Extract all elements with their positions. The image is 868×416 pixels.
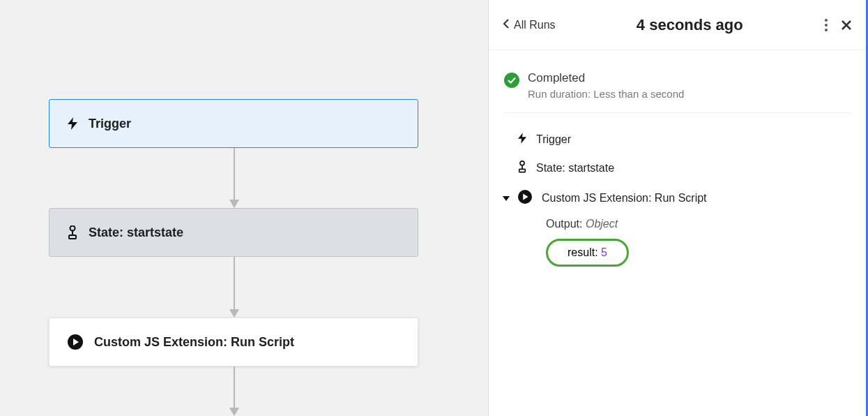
- panel-body: Completed Run duration: Less than a seco…: [489, 50, 866, 279]
- svg-point-7: [520, 161, 524, 165]
- caret-down-icon: [503, 192, 510, 205]
- chevron-left-icon: [503, 19, 510, 31]
- svg-rect-1: [72, 230, 73, 235]
- status-title: Completed: [528, 71, 684, 85]
- connector-arrow: [231, 148, 238, 208]
- node-trigger-label: Trigger: [89, 117, 131, 131]
- state-icon: [68, 225, 77, 239]
- lightning-icon: [518, 133, 526, 147]
- svg-rect-9: [519, 169, 526, 172]
- step-state-label: State: startstate: [536, 162, 614, 174]
- status-subtitle: Run duration: Less than a second: [528, 88, 684, 100]
- connector-arrow: [231, 366, 238, 416]
- node-state-label: State: startstate: [89, 225, 183, 240]
- close-button[interactable]: [841, 20, 852, 31]
- result-value: 5: [601, 246, 607, 258]
- step-action[interactable]: Custom JS Extension: Run Script: [504, 183, 851, 214]
- run-details-panel: All Runs 4 seconds ago Completed Run dur…: [488, 0, 868, 416]
- step-trigger[interactable]: Trigger: [504, 126, 851, 154]
- panel-header: All Runs 4 seconds ago: [489, 0, 866, 50]
- run-steps: Trigger State: startstate Custom JS Exte…: [504, 113, 851, 267]
- lightning-icon: [68, 117, 77, 130]
- workflow-canvas: Trigger State: startstate Custom JS Exte…: [0, 0, 488, 416]
- step-trigger-label: Trigger: [536, 133, 571, 146]
- back-all-runs-link[interactable]: All Runs: [503, 19, 556, 31]
- play-circle-icon: [68, 334, 83, 350]
- step-action-label: Custom JS Extension: Run Script: [542, 192, 707, 205]
- run-status: Completed Run duration: Less than a seco…: [504, 63, 851, 113]
- svg-point-5: [825, 24, 828, 27]
- svg-point-4: [825, 19, 828, 22]
- node-trigger[interactable]: Trigger: [49, 99, 418, 148]
- more-menu-button[interactable]: [824, 18, 828, 32]
- state-icon: [518, 161, 526, 176]
- play-circle-icon: [518, 190, 532, 207]
- svg-rect-8: [521, 165, 523, 169]
- output-block: Output: Object result: 5: [504, 214, 851, 267]
- result-highlight: result: 5: [546, 239, 629, 267]
- svg-point-0: [70, 226, 75, 231]
- connector-arrow: [231, 257, 238, 318]
- node-state[interactable]: State: startstate: [49, 208, 418, 257]
- output-label: Output: Object: [546, 218, 851, 230]
- check-circle-icon: [504, 73, 519, 88]
- svg-rect-2: [69, 235, 76, 239]
- panel-title: 4 seconds ago: [556, 16, 824, 34]
- back-label: All Runs: [514, 19, 556, 31]
- step-state[interactable]: State: startstate: [504, 154, 851, 183]
- node-action[interactable]: Custom JS Extension: Run Script: [49, 318, 418, 366]
- svg-point-6: [825, 29, 828, 31]
- output-type: Object: [586, 218, 618, 230]
- result-key: result:: [568, 246, 598, 258]
- node-action-label: Custom JS Extension: Run Script: [94, 335, 294, 350]
